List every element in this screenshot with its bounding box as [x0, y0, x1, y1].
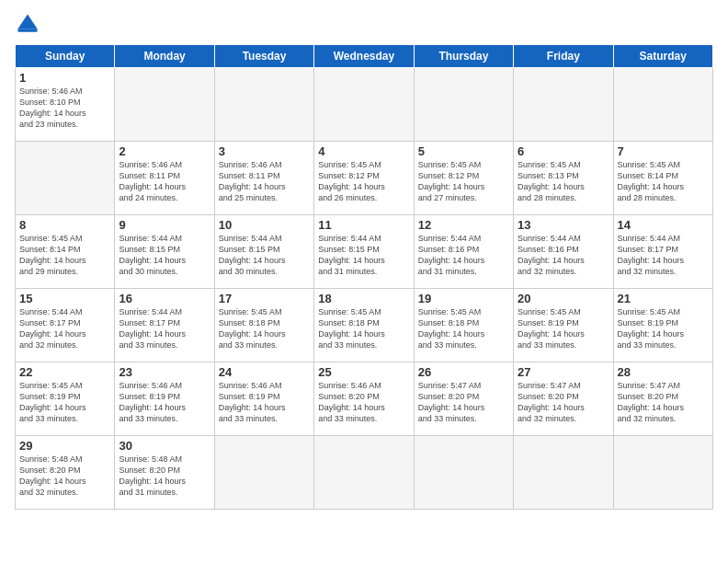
header — [15, 11, 713, 37]
calendar-cell: 25Sunrise: 5:46 AMSunset: 8:20 PMDayligh… — [314, 362, 414, 436]
day-info: Sunrise: 5:44 AMSunset: 8:15 PMDaylight:… — [219, 233, 310, 278]
calendar-body: 1Sunrise: 5:46 AMSunset: 8:10 PMDaylight… — [16, 68, 713, 510]
day-number: 8 — [19, 218, 110, 232]
day-number: 20 — [518, 292, 609, 305]
day-number: 19 — [418, 292, 509, 305]
svg-rect-1 — [18, 29, 38, 32]
calendar-cell: 14Sunrise: 5:44 AMSunset: 8:17 PMDayligh… — [613, 215, 712, 289]
calendar-cell: 17Sunrise: 5:45 AMSunset: 8:18 PMDayligh… — [214, 289, 313, 362]
day-info: Sunrise: 5:48 AMSunset: 8:20 PMDaylight:… — [19, 454, 110, 499]
day-number: 17 — [219, 292, 310, 305]
calendar-cell — [414, 68, 513, 142]
calendar-cell — [514, 436, 613, 510]
calendar-cell: 4Sunrise: 5:45 AMSunset: 8:12 PMDaylight… — [314, 142, 414, 215]
day-number: 5 — [418, 144, 509, 158]
logo — [15, 11, 44, 37]
day-info: Sunrise: 5:47 AMSunset: 8:20 PMDaylight:… — [518, 380, 609, 425]
day-info: Sunrise: 5:46 AMSunset: 8:20 PMDaylight:… — [318, 380, 409, 425]
day-info: Sunrise: 5:44 AMSunset: 8:15 PMDaylight:… — [318, 233, 409, 278]
day-info: Sunrise: 5:45 AMSunset: 8:12 PMDaylight:… — [418, 159, 509, 204]
calendar-cell: 5Sunrise: 5:45 AMSunset: 8:12 PMDaylight… — [414, 142, 513, 215]
calendar-week-0: 1Sunrise: 5:46 AMSunset: 8:10 PMDaylight… — [16, 68, 713, 142]
calendar-table: SundayMondayTuesdayWednesdayThursdayFrid… — [15, 44, 713, 510]
calendar-cell — [16, 142, 115, 215]
day-number: 2 — [119, 144, 210, 158]
day-info: Sunrise: 5:44 AMSunset: 8:17 PMDaylight:… — [119, 306, 210, 351]
calendar-cell: 16Sunrise: 5:44 AMSunset: 8:17 PMDayligh… — [115, 289, 214, 362]
calendar-cell — [314, 436, 414, 510]
day-info: Sunrise: 5:46 AMSunset: 8:11 PMDaylight:… — [219, 159, 310, 204]
day-number: 12 — [418, 218, 509, 232]
calendar-cell: 21Sunrise: 5:45 AMSunset: 8:19 PMDayligh… — [613, 289, 712, 362]
day-number: 9 — [119, 218, 210, 232]
calendar-header-row: SundayMondayTuesdayWednesdayThursdayFrid… — [16, 45, 713, 68]
calendar-cell: 15Sunrise: 5:44 AMSunset: 8:17 PMDayligh… — [16, 289, 115, 362]
day-info: Sunrise: 5:48 AMSunset: 8:20 PMDaylight:… — [119, 454, 210, 499]
calendar-cell — [514, 68, 613, 142]
calendar-week-3: 15Sunrise: 5:44 AMSunset: 8:17 PMDayligh… — [16, 289, 713, 362]
day-info: Sunrise: 5:45 AMSunset: 8:13 PMDaylight:… — [518, 159, 609, 204]
day-info: Sunrise: 5:45 AMSunset: 8:18 PMDaylight:… — [418, 306, 509, 351]
day-number: 10 — [219, 218, 310, 232]
calendar-cell: 2Sunrise: 5:46 AMSunset: 8:11 PMDaylight… — [115, 142, 214, 215]
calendar-cell: 23Sunrise: 5:46 AMSunset: 8:19 PMDayligh… — [115, 362, 214, 436]
calendar-cell — [613, 68, 712, 142]
calendar-week-1: 2Sunrise: 5:46 AMSunset: 8:11 PMDaylight… — [16, 142, 713, 215]
day-info: Sunrise: 5:45 AMSunset: 8:14 PMDaylight:… — [618, 159, 709, 204]
calendar-cell: 28Sunrise: 5:47 AMSunset: 8:20 PMDayligh… — [613, 362, 712, 436]
day-header-tuesday: Tuesday — [214, 45, 313, 68]
day-number: 26 — [418, 365, 509, 379]
calendar-cell — [214, 68, 313, 142]
day-number: 22 — [19, 365, 110, 379]
day-info: Sunrise: 5:47 AMSunset: 8:20 PMDaylight:… — [618, 380, 709, 425]
calendar-cell: 27Sunrise: 5:47 AMSunset: 8:20 PMDayligh… — [514, 362, 613, 436]
day-number: 13 — [518, 218, 609, 232]
day-info: Sunrise: 5:44 AMSunset: 8:16 PMDaylight:… — [418, 233, 509, 278]
day-info: Sunrise: 5:45 AMSunset: 8:19 PMDaylight:… — [19, 380, 110, 425]
day-info: Sunrise: 5:44 AMSunset: 8:16 PMDaylight:… — [518, 233, 609, 278]
day-info: Sunrise: 5:46 AMSunset: 8:19 PMDaylight:… — [219, 380, 310, 425]
calendar-cell: 22Sunrise: 5:45 AMSunset: 8:19 PMDayligh… — [16, 362, 115, 436]
day-info: Sunrise: 5:45 AMSunset: 8:19 PMDaylight:… — [518, 306, 609, 351]
day-number: 24 — [219, 365, 310, 379]
calendar-cell: 7Sunrise: 5:45 AMSunset: 8:14 PMDaylight… — [613, 142, 712, 215]
day-number: 30 — [119, 439, 210, 453]
calendar-cell — [214, 436, 313, 510]
day-header-monday: Monday — [115, 45, 214, 68]
day-header-wednesday: Wednesday — [314, 45, 414, 68]
calendar-cell: 18Sunrise: 5:45 AMSunset: 8:18 PMDayligh… — [314, 289, 414, 362]
day-header-friday: Friday — [514, 45, 613, 68]
day-number: 15 — [19, 292, 110, 305]
day-header-sunday: Sunday — [16, 45, 115, 68]
logo-icon — [15, 11, 40, 37]
day-info: Sunrise: 5:45 AMSunset: 8:14 PMDaylight:… — [19, 233, 110, 278]
page: SundayMondayTuesdayWednesdayThursdayFrid… — [0, 0, 728, 563]
day-number: 21 — [618, 292, 709, 305]
day-number: 29 — [19, 439, 110, 453]
calendar-cell: 24Sunrise: 5:46 AMSunset: 8:19 PMDayligh… — [214, 362, 313, 436]
day-number: 6 — [518, 144, 609, 158]
day-number: 1 — [19, 71, 110, 85]
day-header-thursday: Thursday — [414, 45, 513, 68]
calendar-cell: 3Sunrise: 5:46 AMSunset: 8:11 PMDaylight… — [214, 142, 313, 215]
day-number: 25 — [318, 365, 409, 379]
calendar-cell — [414, 436, 513, 510]
day-number: 23 — [119, 365, 210, 379]
calendar-cell: 6Sunrise: 5:45 AMSunset: 8:13 PMDaylight… — [514, 142, 613, 215]
day-info: Sunrise: 5:47 AMSunset: 8:20 PMDaylight:… — [418, 380, 509, 425]
calendar-cell: 20Sunrise: 5:45 AMSunset: 8:19 PMDayligh… — [514, 289, 613, 362]
calendar-cell: 9Sunrise: 5:44 AMSunset: 8:15 PMDaylight… — [115, 215, 214, 289]
day-info: Sunrise: 5:44 AMSunset: 8:15 PMDaylight:… — [119, 233, 210, 278]
day-number: 28 — [618, 365, 709, 379]
day-number: 18 — [318, 292, 409, 305]
calendar-cell: 13Sunrise: 5:44 AMSunset: 8:16 PMDayligh… — [514, 215, 613, 289]
calendar-cell: 1Sunrise: 5:46 AMSunset: 8:10 PMDaylight… — [16, 68, 115, 142]
day-info: Sunrise: 5:44 AMSunset: 8:17 PMDaylight:… — [19, 306, 110, 351]
calendar-cell: 30Sunrise: 5:48 AMSunset: 8:20 PMDayligh… — [115, 436, 214, 510]
calendar-cell: 12Sunrise: 5:44 AMSunset: 8:16 PMDayligh… — [414, 215, 513, 289]
day-info: Sunrise: 5:46 AMSunset: 8:19 PMDaylight:… — [119, 380, 210, 425]
day-number: 16 — [119, 292, 210, 305]
day-number: 14 — [618, 218, 709, 232]
calendar-cell: 11Sunrise: 5:44 AMSunset: 8:15 PMDayligh… — [314, 215, 414, 289]
calendar-week-2: 8Sunrise: 5:45 AMSunset: 8:14 PMDaylight… — [16, 215, 713, 289]
